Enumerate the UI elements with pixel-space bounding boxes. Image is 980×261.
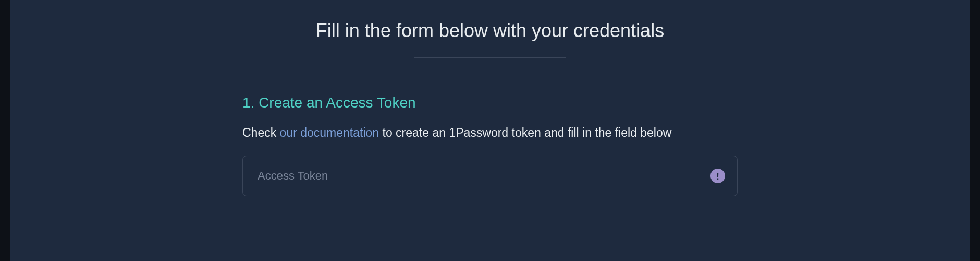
divider [414,57,566,58]
description-suffix: to create an 1Password token and fill in… [379,126,671,139]
form-content: 1. Create an Access Token Check our docu… [237,94,743,196]
exclamation-icon: ! [716,171,719,181]
step-title: 1. Create an Access Token [242,94,738,111]
alert-icon[interactable]: ! [710,169,725,183]
step-description: Check our documentation to create an 1Pa… [242,126,738,140]
input-wrapper: ! [242,156,738,196]
page-title: Fill in the form below with your credent… [10,20,970,42]
documentation-link[interactable]: our documentation [280,126,379,139]
description-prefix: Check [242,126,280,139]
credentials-panel: Fill in the form below with your credent… [10,0,970,261]
access-token-input[interactable] [242,156,738,196]
